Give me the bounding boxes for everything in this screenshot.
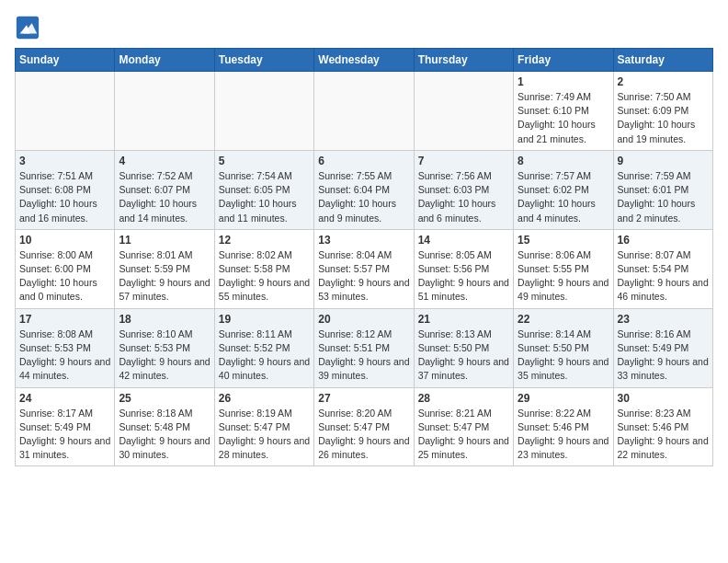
weekday-header: Sunday <box>16 49 115 72</box>
day-number: 5 <box>219 155 310 167</box>
day-number: 1 <box>518 75 609 88</box>
day-info: Sunrise: 8:08 AM Sunset: 5:53 PM Dayligh… <box>19 327 110 384</box>
calendar-week-row: 17Sunrise: 8:08 AM Sunset: 5:53 PM Dayli… <box>16 308 713 387</box>
calendar-day-cell: 3Sunrise: 7:51 AM Sunset: 6:08 PM Daylig… <box>16 150 115 229</box>
calendar-day-cell: 25Sunrise: 8:18 AM Sunset: 5:48 PM Dayli… <box>115 387 214 466</box>
calendar-day-cell: 15Sunrise: 8:06 AM Sunset: 5:55 PM Dayli… <box>514 229 613 308</box>
day-number: 21 <box>418 313 509 326</box>
day-info: Sunrise: 7:57 AM Sunset: 6:02 PM Dayligh… <box>518 169 609 225</box>
day-number: 17 <box>19 313 110 326</box>
day-number: 30 <box>618 392 709 405</box>
day-info: Sunrise: 8:19 AM Sunset: 5:47 PM Dayligh… <box>219 407 310 463</box>
calendar-day-cell: 30Sunrise: 8:23 AM Sunset: 5:46 PM Dayli… <box>613 387 712 466</box>
day-info: Sunrise: 8:00 AM Sunset: 6:00 PM Dayligh… <box>19 248 110 304</box>
calendar-day-cell: 26Sunrise: 8:19 AM Sunset: 5:47 PM Dayli… <box>214 387 313 466</box>
day-number: 23 <box>618 313 709 326</box>
day-number: 27 <box>318 392 409 405</box>
day-number: 22 <box>518 313 609 326</box>
day-info: Sunrise: 8:04 AM Sunset: 5:57 PM Dayligh… <box>318 248 409 304</box>
calendar-day-cell <box>314 72 414 151</box>
calendar-day-cell: 17Sunrise: 8:08 AM Sunset: 5:53 PM Dayli… <box>16 308 115 387</box>
calendar-day-cell: 12Sunrise: 8:02 AM Sunset: 5:58 PM Dayli… <box>214 229 313 308</box>
day-info: Sunrise: 7:52 AM Sunset: 6:07 PM Dayligh… <box>119 169 210 225</box>
calendar-day-cell: 28Sunrise: 8:21 AM Sunset: 5:47 PM Dayli… <box>414 387 513 466</box>
day-number: 13 <box>318 234 409 247</box>
day-number: 14 <box>418 234 509 247</box>
day-number: 24 <box>19 392 110 405</box>
day-number: 18 <box>119 313 210 326</box>
day-number: 12 <box>219 234 310 247</box>
calendar-body: 1Sunrise: 7:49 AM Sunset: 6:10 PM Daylig… <box>16 72 713 466</box>
day-info: Sunrise: 8:01 AM Sunset: 5:59 PM Dayligh… <box>119 248 210 304</box>
weekday-header: Saturday <box>613 49 712 72</box>
calendar-day-cell: 6Sunrise: 7:55 AM Sunset: 6:04 PM Daylig… <box>314 150 414 229</box>
calendar-day-cell: 24Sunrise: 8:17 AM Sunset: 5:49 PM Dayli… <box>16 387 115 466</box>
day-info: Sunrise: 8:05 AM Sunset: 5:56 PM Dayligh… <box>418 248 509 304</box>
day-number: 8 <box>518 155 609 167</box>
day-info: Sunrise: 7:51 AM Sunset: 6:08 PM Dayligh… <box>19 169 110 225</box>
calendar-day-cell: 20Sunrise: 8:12 AM Sunset: 5:51 PM Dayli… <box>314 308 414 387</box>
day-info: Sunrise: 8:22 AM Sunset: 5:46 PM Dayligh… <box>518 407 609 463</box>
day-number: 28 <box>418 392 509 405</box>
weekday-header: Tuesday <box>214 49 313 72</box>
calendar-day-cell: 10Sunrise: 8:00 AM Sunset: 6:00 PM Dayli… <box>16 229 115 308</box>
day-number: 2 <box>618 75 709 88</box>
calendar-day-cell: 23Sunrise: 8:16 AM Sunset: 5:49 PM Dayli… <box>613 308 712 387</box>
calendar-day-cell: 9Sunrise: 7:59 AM Sunset: 6:01 PM Daylig… <box>613 150 712 229</box>
day-info: Sunrise: 7:55 AM Sunset: 6:04 PM Dayligh… <box>318 169 409 225</box>
day-info: Sunrise: 8:10 AM Sunset: 5:53 PM Dayligh… <box>119 327 210 384</box>
day-number: 16 <box>618 234 709 247</box>
day-info: Sunrise: 8:14 AM Sunset: 5:50 PM Dayligh… <box>518 327 609 384</box>
day-info: Sunrise: 8:06 AM Sunset: 5:55 PM Dayligh… <box>518 248 609 304</box>
day-info: Sunrise: 7:49 AM Sunset: 6:10 PM Dayligh… <box>518 90 609 146</box>
calendar-day-cell: 2Sunrise: 7:50 AM Sunset: 6:09 PM Daylig… <box>613 72 712 151</box>
calendar-day-cell: 29Sunrise: 8:22 AM Sunset: 5:46 PM Dayli… <box>514 387 613 466</box>
calendar-day-cell: 16Sunrise: 8:07 AM Sunset: 5:54 PM Dayli… <box>613 229 712 308</box>
calendar-day-cell: 22Sunrise: 8:14 AM Sunset: 5:50 PM Dayli… <box>514 308 613 387</box>
day-info: Sunrise: 8:13 AM Sunset: 5:50 PM Dayligh… <box>418 327 509 384</box>
day-info: Sunrise: 8:11 AM Sunset: 5:52 PM Dayligh… <box>219 327 310 384</box>
day-number: 10 <box>19 234 110 247</box>
calendar-day-cell: 21Sunrise: 8:13 AM Sunset: 5:50 PM Dayli… <box>414 308 513 387</box>
day-info: Sunrise: 8:16 AM Sunset: 5:49 PM Dayligh… <box>618 327 709 384</box>
day-info: Sunrise: 7:54 AM Sunset: 6:05 PM Dayligh… <box>219 169 310 225</box>
weekday-header: Wednesday <box>314 49 414 72</box>
day-info: Sunrise: 8:17 AM Sunset: 5:49 PM Dayligh… <box>19 407 110 463</box>
calendar-day-cell <box>16 72 115 151</box>
day-info: Sunrise: 7:56 AM Sunset: 6:03 PM Dayligh… <box>418 169 509 225</box>
calendar-day-cell: 8Sunrise: 7:57 AM Sunset: 6:02 PM Daylig… <box>514 150 613 229</box>
calendar-day-cell: 11Sunrise: 8:01 AM Sunset: 5:59 PM Dayli… <box>115 229 214 308</box>
weekday-header: Monday <box>115 49 214 72</box>
calendar-day-cell: 18Sunrise: 8:10 AM Sunset: 5:53 PM Dayli… <box>115 308 214 387</box>
weekday-header-row: SundayMondayTuesdayWednesdayThursdayFrid… <box>16 49 713 72</box>
weekday-header: Friday <box>514 49 613 72</box>
calendar-table: SundayMondayTuesdayWednesdayThursdayFrid… <box>15 48 713 466</box>
calendar-week-row: 3Sunrise: 7:51 AM Sunset: 6:08 PM Daylig… <box>16 150 713 229</box>
day-info: Sunrise: 8:18 AM Sunset: 5:48 PM Dayligh… <box>119 407 210 463</box>
calendar-day-cell <box>115 72 214 151</box>
day-info: Sunrise: 8:23 AM Sunset: 5:46 PM Dayligh… <box>618 407 709 463</box>
day-info: Sunrise: 8:07 AM Sunset: 5:54 PM Dayligh… <box>618 248 709 304</box>
day-number: 26 <box>219 392 310 405</box>
day-info: Sunrise: 8:12 AM Sunset: 5:51 PM Dayligh… <box>318 327 409 384</box>
calendar-week-row: 24Sunrise: 8:17 AM Sunset: 5:49 PM Dayli… <box>16 387 713 466</box>
day-number: 6 <box>318 155 409 167</box>
calendar-day-cell <box>414 72 513 151</box>
calendar-day-cell: 13Sunrise: 8:04 AM Sunset: 5:57 PM Dayli… <box>314 229 414 308</box>
calendar-day-cell: 19Sunrise: 8:11 AM Sunset: 5:52 PM Dayli… <box>214 308 313 387</box>
day-info: Sunrise: 8:21 AM Sunset: 5:47 PM Dayligh… <box>418 407 509 463</box>
calendar-day-cell: 14Sunrise: 8:05 AM Sunset: 5:56 PM Dayli… <box>414 229 513 308</box>
day-number: 4 <box>119 155 210 167</box>
day-number: 15 <box>518 234 609 247</box>
weekday-header: Thursday <box>414 49 513 72</box>
calendar-week-row: 10Sunrise: 8:00 AM Sunset: 6:00 PM Dayli… <box>16 229 713 308</box>
day-number: 25 <box>119 392 210 405</box>
day-number: 29 <box>518 392 609 405</box>
day-number: 20 <box>318 313 409 326</box>
day-number: 3 <box>19 155 110 167</box>
day-info: Sunrise: 7:50 AM Sunset: 6:09 PM Dayligh… <box>618 90 709 146</box>
calendar-day-cell: 7Sunrise: 7:56 AM Sunset: 6:03 PM Daylig… <box>414 150 513 229</box>
day-info: Sunrise: 7:59 AM Sunset: 6:01 PM Dayligh… <box>618 169 709 225</box>
calendar-day-cell: 27Sunrise: 8:20 AM Sunset: 5:47 PM Dayli… <box>314 387 414 466</box>
calendar-day-cell: 5Sunrise: 7:54 AM Sunset: 6:05 PM Daylig… <box>214 150 313 229</box>
